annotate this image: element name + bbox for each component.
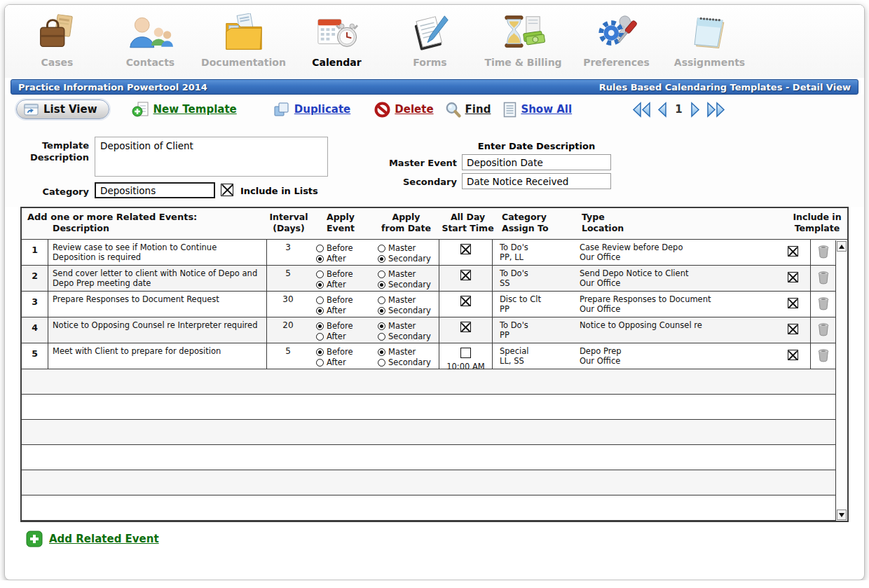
delete-link[interactable]: Delete [374, 102, 433, 118]
apply-from-radios: Master Secondary [371, 317, 439, 343]
new-template-link[interactable]: New Template [132, 101, 237, 118]
all-day-checkbox[interactable] [460, 348, 471, 358]
prev-page-icon[interactable] [657, 102, 667, 118]
hourglass-money-icon [477, 11, 570, 55]
trash-icon[interactable] [818, 271, 829, 285]
scroll-up-icon[interactable] [837, 241, 847, 252]
nav-item-documentation[interactable]: Documentation [197, 11, 290, 68]
show-all-label: Show All [521, 103, 572, 116]
all-day-checkbox[interactable] [460, 296, 471, 306]
secondary-radio[interactable] [378, 255, 385, 263]
delete-row-cell [810, 292, 835, 317]
trash-icon[interactable] [818, 245, 829, 259]
secondary-radio[interactable] [378, 281, 385, 289]
empty-row [22, 495, 835, 521]
category-assign-cell: Disc to Clt PP [493, 292, 571, 317]
nav-label: Time & Billing [477, 57, 570, 68]
event-description: Meet with Client to prepare for depositi… [48, 343, 267, 369]
after-radio[interactable] [316, 359, 324, 367]
last-page-icon[interactable] [706, 102, 725, 118]
include-checkbox[interactable] [788, 246, 798, 257]
secondary-radio[interactable] [378, 333, 385, 341]
table-row: 3 Prepare Responses to Document Request … [22, 292, 835, 317]
nav-item-contacts[interactable]: Contacts [104, 11, 197, 68]
all-day-checkbox[interactable] [460, 244, 471, 254]
category-assign-cell: To Do's SS [493, 266, 571, 291]
app-title: Practice Information Powertool 2014 [18, 82, 207, 93]
include-checkbox[interactable] [788, 298, 798, 308]
nav-item-calendar[interactable]: Calendar [290, 11, 383, 68]
include-checkbox[interactable] [788, 324, 798, 334]
row-number: 2 [22, 266, 48, 291]
row-number: 3 [22, 292, 48, 317]
master-event-field[interactable] [462, 154, 611, 170]
nav-item-cases[interactable]: Cases [11, 11, 104, 68]
nav-item-preferences[interactable]: Preferences [570, 11, 663, 68]
include-cell [775, 317, 810, 343]
calendar-clock-icon [290, 11, 383, 55]
apply-event-radios: Before After [309, 292, 371, 317]
before-radio[interactable] [316, 245, 324, 252]
find-link[interactable]: Find [445, 102, 491, 118]
nav-item-time-billing[interactable]: Time & Billing [477, 11, 570, 68]
after-radio[interactable] [316, 333, 324, 341]
secondary-radio[interactable] [378, 359, 385, 367]
master-radio[interactable] [378, 296, 385, 304]
row-number: 5 [22, 343, 48, 369]
before-radio[interactable] [316, 296, 324, 304]
delete-row-cell [810, 343, 835, 369]
event-location: Our Office [580, 356, 775, 366]
header-type-location: Type Location [573, 212, 787, 239]
nav-item-assignments[interactable]: Assignments [663, 11, 756, 68]
event-description: Review case to see if Motion to Continue… [48, 240, 267, 265]
before-radio[interactable] [316, 322, 324, 330]
row-number: 1 [22, 240, 48, 265]
include-cell [775, 266, 810, 291]
nav-item-forms[interactable]: Forms [383, 11, 477, 68]
after-radio[interactable] [316, 307, 324, 315]
category-field[interactable] [95, 182, 215, 198]
master-radio[interactable] [378, 245, 385, 252]
next-page-icon[interactable] [690, 102, 700, 118]
event-type: Notice to Opposing Counsel re [580, 320, 775, 330]
before-radio[interactable] [316, 348, 324, 356]
event-description: Prepare Responses to Document Request [48, 292, 267, 317]
add-related-event-link[interactable]: Add Related Event [26, 531, 864, 547]
include-in-lists-checkbox[interactable] [221, 184, 233, 196]
type-location-cell: Depo Prep Our Office [571, 343, 775, 369]
after-radio[interactable] [316, 281, 324, 289]
trash-icon[interactable] [818, 323, 829, 336]
event-category: To Do's [500, 242, 571, 252]
list-view-button[interactable]: List View [16, 100, 109, 119]
include-in-lists-label: Include in Lists [240, 186, 318, 196]
table-scrollbar[interactable] [835, 240, 847, 521]
scroll-down-icon[interactable] [837, 510, 847, 520]
first-page-icon[interactable] [632, 102, 651, 118]
template-description-field[interactable]: Deposition of Client [95, 137, 328, 177]
secondary-field[interactable] [462, 173, 611, 189]
secondary-radio[interactable] [378, 307, 385, 315]
list-view-icon [24, 104, 39, 116]
header-include-in-template: Include in Template [787, 212, 847, 239]
interval-days: 5 [267, 343, 309, 369]
type-location-cell: Notice to Opposing Counsel re [571, 317, 775, 343]
master-radio[interactable] [378, 271, 385, 278]
before-radio[interactable] [316, 271, 324, 278]
include-checkbox[interactable] [788, 272, 798, 282]
trash-icon[interactable] [818, 297, 829, 310]
master-radio[interactable] [378, 348, 385, 356]
all-day-checkbox[interactable] [460, 322, 471, 332]
trash-icon[interactable] [818, 349, 829, 362]
duplicate-link[interactable]: Duplicate [273, 102, 351, 117]
table-row: 1 Review case to see if Motion to Contin… [22, 240, 835, 266]
after-radio[interactable] [316, 255, 324, 263]
folder-icon [197, 11, 290, 55]
master-radio[interactable] [378, 322, 385, 330]
event-description: Send cover letter to client with Notice … [48, 266, 267, 291]
all-day-checkbox[interactable] [460, 270, 471, 280]
all-day-cell [439, 266, 493, 291]
delete-label: Delete [395, 103, 433, 116]
include-checkbox[interactable] [788, 350, 798, 360]
show-all-link[interactable]: Show All [503, 102, 572, 118]
table-row: 4 Notice to Opposing Counsel re Interpre… [22, 317, 835, 343]
